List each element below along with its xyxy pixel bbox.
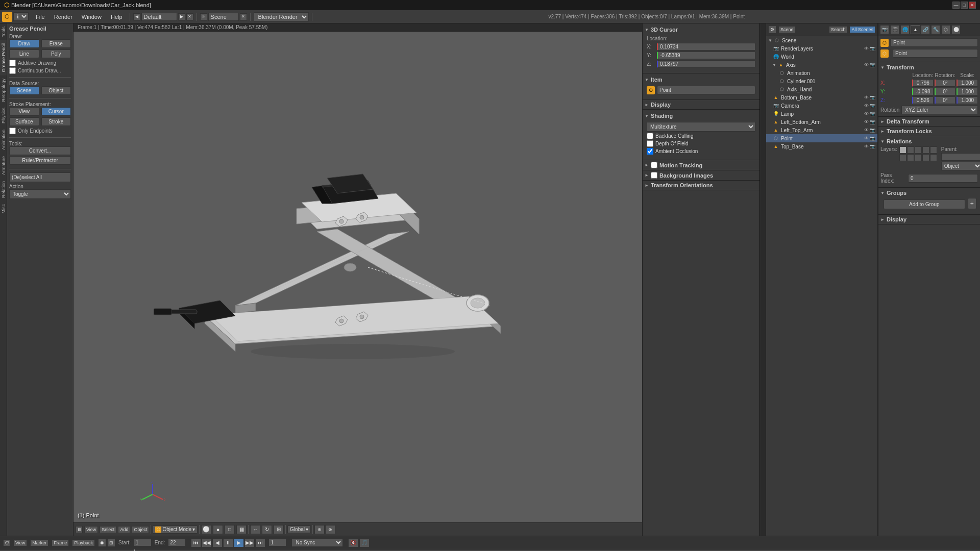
solid-mode-btn[interactable]: ●	[213, 525, 223, 534]
camera-render-icon[interactable]: 📷	[870, 103, 875, 108]
point-eye[interactable]: 👁	[864, 136, 869, 141]
record-btn[interactable]: ⏺	[98, 539, 106, 547]
menu-file[interactable]: File	[32, 13, 49, 21]
end-frame-input[interactable]	[168, 539, 186, 546]
scale-x-input[interactable]	[957, 79, 978, 87]
jump-start-btn[interactable]: ⏮	[191, 538, 201, 547]
scene-input[interactable]	[208, 13, 239, 21]
lta-eye[interactable]: 👁	[864, 128, 869, 133]
bottombase-eye[interactable]: 👁	[864, 95, 869, 100]
background-images-cb[interactable]	[651, 172, 657, 179]
add-group-plus-btn[interactable]: +	[968, 198, 976, 209]
tab-misc[interactable]: Misc	[0, 201, 7, 217]
tl-frame-btn[interactable]: Frame	[52, 539, 69, 546]
editor-type-select[interactable]: ℹ	[13, 12, 29, 21]
transform-locks-toggle[interactable]: ► Transform Locks	[878, 127, 980, 136]
layer-5[interactable]	[930, 146, 937, 154]
snap-btn[interactable]: ⊕	[314, 525, 325, 534]
eye-icon[interactable]: 👁	[864, 46, 869, 51]
audio-mute-btn[interactable]: 🔇	[348, 538, 358, 547]
tab-tools[interactable]: Tools	[0, 23, 7, 40]
scene-source-btn[interactable]: Scene	[9, 86, 39, 95]
wireframe-btn[interactable]: □	[225, 525, 235, 534]
object-menu-btn[interactable]: Object	[132, 526, 149, 533]
menu-window[interactable]: Window	[78, 13, 106, 21]
prop-scene-tab[interactable]: 🎬	[890, 25, 899, 34]
camera-eye[interactable]: 👁	[864, 103, 869, 108]
stop-btn[interactable]: ⏸	[223, 538, 233, 547]
mode-select[interactable]: ⬡ Object Mode ▾	[153, 525, 198, 534]
prop-object-tab[interactable]: ▲	[911, 25, 920, 34]
loc-z-input[interactable]	[912, 96, 934, 104]
workspace-prev-btn[interactable]: ◀	[133, 13, 140, 20]
point-render[interactable]: 📷	[870, 136, 875, 141]
outliner-item-axishand[interactable]: ⬡ Axis_Hand	[766, 85, 877, 93]
editor-type-icon[interactable]: 🖥	[76, 526, 83, 533]
relations-title[interactable]: ▼ Relations	[880, 138, 978, 144]
timeline-type-icon[interactable]: ⏱	[3, 539, 10, 546]
line-button[interactable]: Line	[9, 49, 39, 58]
sync-mode-select[interactable]: No Sync Frame Dropping Sync to Audio	[291, 538, 343, 547]
transform-orientations-toggle[interactable]: ► Transform Orientations	[643, 181, 760, 190]
current-frame-input[interactable]	[268, 539, 286, 546]
workspace-input[interactable]	[141, 13, 177, 21]
outliner-item-lamp[interactable]: 💡 Lamp 👁 📷	[766, 110, 877, 118]
transform-title[interactable]: ▼ Transform	[880, 64, 978, 70]
outliner-item-left-bottom-arm[interactable]: ▲ Left_Bottom_Arm 👁 📷	[766, 118, 877, 126]
search-btn[interactable]: Search	[829, 26, 848, 33]
titlebar-controls[interactable]: — □ ✕	[952, 2, 976, 9]
render-engine-select[interactable]: Blender Render Cycles Render	[254, 12, 309, 21]
view-placement-btn[interactable]: View	[9, 107, 39, 116]
minimize-button[interactable]: —	[952, 2, 960, 9]
layer-9[interactable]	[922, 154, 929, 161]
prop-material-tab[interactable]: ⚪	[951, 25, 961, 34]
outliner-item-axis[interactable]: ▼ ▲ Axis 👁 📷	[766, 61, 877, 69]
bottombase-render[interactable]: 📷	[870, 95, 875, 100]
maximize-button[interactable]: □	[961, 2, 968, 9]
rot-z-input[interactable]	[935, 96, 956, 104]
play-back-btn[interactable]: ◀	[212, 538, 223, 547]
item-name-input[interactable]	[657, 86, 755, 94]
rotate-btn[interactable]: ↻	[262, 525, 272, 534]
transform-btn[interactable]: ↔	[250, 525, 260, 534]
view-menu-btn[interactable]: View	[84, 526, 98, 533]
lamp-render[interactable]: 📷	[870, 111, 875, 116]
camera-icon-sm[interactable]: 📷	[870, 46, 875, 51]
outliner-item-animation[interactable]: ⬡ Animation	[766, 69, 877, 77]
workspace-next-btn[interactable]: ▶	[178, 13, 185, 20]
outliner-item-point[interactable]: ⬡ Point 👁 📷	[766, 134, 877, 142]
layer-2[interactable]	[907, 146, 914, 154]
scale-z-input[interactable]	[957, 96, 978, 104]
lta-render[interactable]: 📷	[870, 128, 875, 133]
action-select[interactable]: Toggle	[9, 189, 71, 199]
cursor-placement-btn[interactable]: Cursor	[41, 107, 71, 116]
add-menu-btn[interactable]: Add	[118, 526, 130, 533]
lba-render[interactable]: 📷	[870, 119, 875, 124]
prop-render-tab[interactable]: 📷	[880, 25, 889, 34]
rot-x-input[interactable]	[935, 79, 956, 87]
cursor-y-input[interactable]	[657, 52, 755, 59]
obj-name-input[interactable]	[891, 38, 978, 47]
lamp-eye[interactable]: 👁	[864, 111, 869, 116]
surface-placement-btn[interactable]: Surface	[9, 117, 39, 126]
groups-title[interactable]: ▼ Groups	[880, 190, 978, 196]
only-endpoints-cb[interactable]	[9, 128, 16, 134]
jump-end-btn[interactable]: ⏭	[255, 538, 265, 547]
lba-eye[interactable]: 👁	[864, 119, 869, 124]
close-button[interactable]: ✕	[969, 2, 976, 9]
layer-3[interactable]	[915, 146, 922, 154]
delta-transform-toggle[interactable]: ► Delta Transform	[878, 117, 980, 127]
tab-animation[interactable]: Animation	[0, 127, 7, 153]
tab-relation[interactable]: Relation	[0, 178, 7, 201]
item-section-title[interactable]: Item	[645, 76, 757, 84]
menu-render[interactable]: Render	[50, 13, 77, 21]
layer-1[interactable]	[899, 146, 906, 154]
topbase-eye[interactable]: 👁	[864, 144, 869, 149]
layer-8[interactable]	[915, 154, 922, 161]
layer-7[interactable]	[907, 154, 914, 161]
tl-marker-btn[interactable]: Marker	[30, 539, 48, 546]
play-btn[interactable]: ▶	[234, 538, 244, 547]
prop-modifiers-tab[interactable]: 🔧	[931, 25, 940, 34]
layer-10[interactable]	[930, 154, 937, 161]
obj-data-name-input[interactable]	[893, 49, 978, 58]
